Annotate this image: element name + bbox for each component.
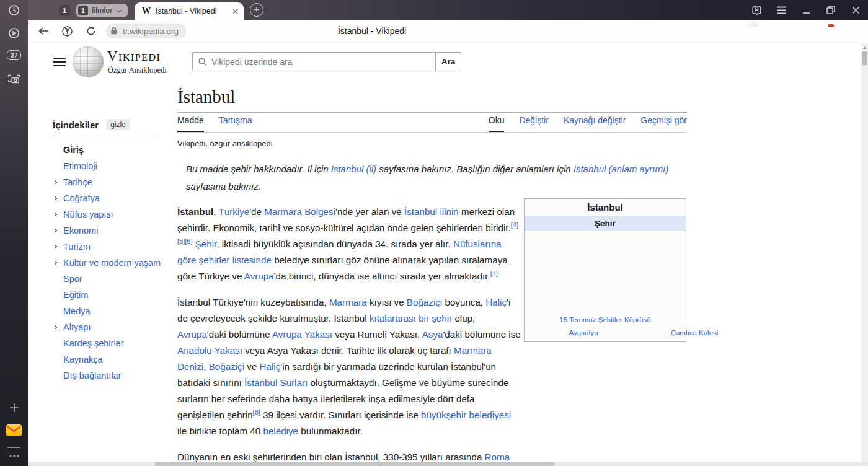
tab-close-icon[interactable]: ✕ [232, 7, 239, 16]
toc-item[interactable]: Coğrafya [53, 190, 177, 206]
wiki-search-input[interactable] [211, 57, 416, 67]
chevron-right-icon[interactable] [53, 179, 61, 185]
browser-side-rail: 37 [0, 0, 28, 466]
wiki-link[interactable]: Boğaziçi [407, 297, 442, 307]
toc-item[interactable]: Kültür ve modern yaşam [53, 255, 177, 271]
chevron-right-icon[interactable] [53, 260, 61, 266]
toc-item[interactable]: Ekonomi [53, 222, 177, 239]
wikipedia-page: Vikipedi Özgür Ansiklopedi Ara İçindekil… [28, 42, 868, 462]
rail-divider [7, 447, 20, 448]
toc-item[interactable]: Dış bağlantılar [53, 367, 177, 384]
caption-tower[interactable]: Çamlıca Kulesi [640, 329, 749, 336]
history-icon[interactable] [0, 4, 28, 16]
page-vertical-scrollbar[interactable]: ▲ [861, 43, 868, 462]
wiki-link[interactable]: Haliç [260, 361, 281, 372]
toc-item-label: Kardeş şehirler [63, 338, 124, 348]
tab-title: İstanbul - Vikipedi [156, 7, 227, 15]
wiki-link[interactable]: İstanbul (il) [331, 164, 376, 174]
wiki-link[interactable]: kıtalararası bir şehir [370, 313, 452, 323]
new-tab-button[interactable]: + [250, 3, 264, 17]
article-tab[interactable]: Geçmişi gör [640, 115, 687, 132]
paragraph: İstanbul, Türkiye'de Marmara Bölgesi'nde… [177, 204, 523, 284]
toc-item[interactable]: Giriş [53, 142, 177, 158]
tab-group-filmler[interactable]: 1 filmler [76, 4, 128, 17]
toc-item[interactable]: Kaynakça [53, 351, 177, 367]
media-play-icon[interactable] [0, 27, 28, 39]
horizontal-scrollbar-thumb[interactable] [155, 462, 555, 466]
wiki-link[interactable]: belediye [263, 426, 298, 436]
collapsed-tab-group-badge[interactable]: 1 [59, 5, 70, 16]
toc-item[interactable]: Spor [53, 271, 177, 287]
chevron-right-icon[interactable] [53, 324, 61, 330]
wiki-link[interactable]: Avrupa [177, 329, 207, 340]
wiki-search-box[interactable] [192, 52, 435, 71]
caption-bridge[interactable]: 15 Temmuz Şehitler Köprüsü [529, 316, 681, 323]
toc-hide-button[interactable]: gizle [106, 119, 130, 130]
tab-counter-badge[interactable]: 37 [0, 50, 28, 60]
chevron-right-icon[interactable] [53, 244, 61, 250]
toolbar-page-title: İstanbul - Vikipedi [28, 20, 716, 42]
add-panel-icon[interactable] [0, 402, 28, 414]
browser-toolbar: tr.wikipedia.org İstanbul - Vikipedi [28, 20, 868, 42]
toc-item[interactable]: Medya [53, 303, 177, 319]
close-button[interactable] [843, 0, 868, 20]
article-tab[interactable]: Madde [177, 115, 204, 132]
wiki-link[interactable]: Haliç [485, 297, 507, 307]
yandex-mail-icon[interactable] [0, 423, 28, 437]
article-tab[interactable]: Oku [489, 115, 505, 132]
caption-ayasofya[interactable]: Ayasofya [529, 329, 638, 336]
toc-item-label: Nüfus yapısı [63, 209, 113, 219]
wiki-search-button[interactable]: Ara [435, 52, 461, 71]
chevron-right-icon[interactable] [53, 195, 61, 201]
reference-link[interactable]: [8] [253, 408, 260, 416]
wiki-link[interactable]: İstanbul ilinin [404, 206, 459, 217]
screenshot-icon[interactable] [0, 73, 28, 85]
scroll-up-arrow[interactable]: ▲ [862, 45, 867, 50]
article-tab[interactable]: Değiştir [519, 115, 548, 132]
wiki-link[interactable]: Avrupa Yakası [272, 329, 332, 340]
wiki-link[interactable]: Marmara Bölgesi [264, 206, 335, 217]
chevron-right-icon[interactable] [53, 227, 61, 234]
chevron-right-icon[interactable] [53, 211, 61, 218]
infobox-type: Şehir [525, 216, 686, 231]
toc-item[interactable]: Eğitim [53, 287, 177, 303]
wiki-link[interactable]: İstanbul Surları [244, 377, 308, 388]
wikipedia-globe-logo[interactable] [73, 46, 104, 77]
wiki-link[interactable]: Avrupa [244, 271, 274, 281]
article-tab[interactable]: Tartışma [219, 115, 252, 132]
toc-item[interactable]: Turizm [53, 239, 177, 255]
toc-item-label: Ekonomi [63, 226, 98, 235]
toc-item[interactable]: Etimoloji [53, 158, 177, 174]
wiki-link[interactable]: Marmara [329, 297, 367, 307]
minimize-button[interactable] [794, 0, 818, 20]
reference-link[interactable]: [7] [490, 270, 498, 277]
toc-item-label: Medya [63, 306, 91, 316]
toc-item[interactable]: Altyapı [53, 319, 177, 335]
vertical-scrollbar-thumb[interactable] [862, 51, 867, 65]
wiki-link[interactable]: büyükşehir belediyesi [421, 410, 511, 420]
browser-menu-icon[interactable] [769, 0, 794, 20]
toc-item[interactable]: Kardeş şehirler [53, 335, 177, 351]
bookmarks-panel-icon[interactable] [744, 0, 769, 20]
toc-item[interactable]: Tarihçe [53, 174, 177, 190]
wiki-link[interactable]: İstanbul (anlam ayrımı) [574, 164, 668, 174]
restore-button[interactable] [818, 0, 843, 20]
page-horizontal-scrollbar[interactable] [28, 462, 868, 466]
wiki-link[interactable]: Türkiye [218, 206, 249, 217]
wikipedia-tagline: Özgür Ansiklopedi [108, 66, 167, 75]
wiki-link[interactable]: Şehir [195, 239, 217, 249]
active-tab[interactable]: W İstanbul - Vikipedi ✕ [135, 2, 244, 20]
photo-bosphorus-bridge[interactable] [529, 236, 681, 314]
toc-item-label: Giriş [63, 145, 84, 155]
wiki-link[interactable]: Boğaziçi [209, 361, 244, 372]
panel-pointer-notch [746, 20, 760, 27]
wiki-link[interactable]: Asya [422, 329, 443, 340]
wiki-link[interactable]: Anadolu Yakası [177, 345, 242, 356]
toc-item[interactable]: Nüfus yapısı [53, 206, 177, 222]
table-of-contents: İçindekiler gizle GirişEtimolojiTarihçeC… [53, 119, 177, 384]
article-tab[interactable]: Kaynağı değiştir [564, 115, 626, 132]
wikipedia-wordmark[interactable]: Vikipedi [107, 48, 161, 64]
rail-more-icon[interactable] [0, 452, 28, 460]
chevron-down-icon[interactable] [116, 7, 123, 14]
wiki-menu-icon[interactable] [53, 56, 66, 69]
